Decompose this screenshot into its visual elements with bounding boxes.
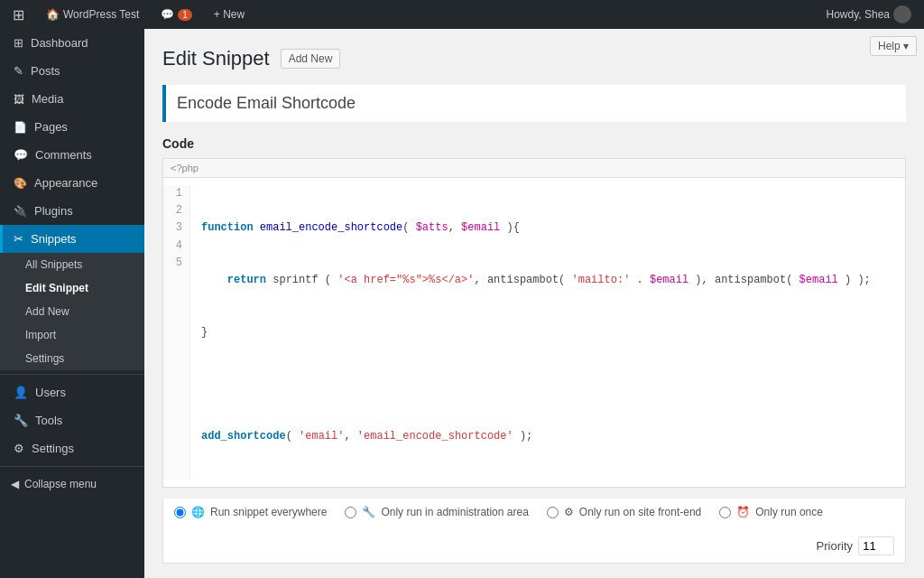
sidebar-item-users[interactable]: 👤 Users bbox=[0, 378, 144, 406]
pages-label: Pages bbox=[34, 120, 68, 134]
collapse-menu-button[interactable]: ◀ Collapse menu bbox=[0, 471, 144, 498]
gear-icon: ⚙ bbox=[564, 506, 574, 518]
comments-button[interactable]: 💬 1 bbox=[155, 0, 198, 29]
run-option-frontend[interactable]: ⚙ Only run on site front-end bbox=[547, 506, 701, 518]
comments-nav-label: Comments bbox=[35, 148, 92, 162]
sidebar-item-pages[interactable]: 📄 Pages bbox=[0, 113, 144, 141]
php-tag: <?php bbox=[171, 163, 199, 173]
site-name-icon: 🏠 bbox=[46, 8, 60, 21]
dashboard-label: Dashboard bbox=[31, 36, 88, 50]
code-area[interactable]: 1 2 3 4 5 function email_encode_shortcod… bbox=[163, 178, 905, 487]
help-button[interactable]: Help ▾ bbox=[870, 36, 917, 56]
site-name-label: WordPress Test bbox=[63, 8, 139, 21]
new-content-label: + New bbox=[214, 8, 245, 21]
run-admin-label: Only run in administration area bbox=[381, 506, 528, 518]
snippets-label: Snippets bbox=[31, 232, 77, 246]
globe-icon: 🌐 bbox=[191, 506, 205, 518]
page-title: Edit Snippet bbox=[162, 47, 270, 70]
howdy-button[interactable]: Howdy, Shea bbox=[821, 0, 917, 29]
tools-label: Tools bbox=[35, 414, 62, 427]
posts-icon: ✎ bbox=[14, 64, 23, 78]
snippet-title-input[interactable] bbox=[162, 85, 906, 122]
users-icon: 👤 bbox=[14, 386, 28, 399]
wp-logo-button[interactable]: ⊞ bbox=[7, 0, 30, 29]
comments-badge: 1 bbox=[178, 9, 192, 21]
sidebar-item-comments[interactable]: 💬 Comments bbox=[0, 141, 144, 169]
media-icon: 🖼 bbox=[14, 93, 24, 106]
main-content: Help ▾ Edit Snippet Add New Code <?php 1… bbox=[144, 29, 924, 578]
comments-nav-icon: 💬 bbox=[14, 148, 28, 162]
submenu-settings[interactable]: Settings bbox=[0, 347, 144, 370]
sidebar: ⊞ Dashboard ✎ Posts 🖼 Media 📄 Pages 💬 Co… bbox=[0, 29, 144, 578]
run-option-everywhere[interactable]: 🌐 Run snippet everywhere bbox=[174, 506, 327, 518]
appearance-icon: 🎨 bbox=[14, 177, 27, 190]
dashboard-icon: ⊞ bbox=[14, 36, 23, 50]
media-label: Media bbox=[32, 92, 63, 106]
users-label: Users bbox=[35, 386, 66, 399]
run-options: 🌐 Run snippet everywhere 🔧 Only run in a… bbox=[162, 499, 906, 564]
line-numbers: 1 2 3 4 5 bbox=[163, 185, 190, 480]
avatar-icon bbox=[893, 5, 911, 23]
plugins-icon: 🔌 bbox=[14, 205, 27, 218]
tools-icon: 🔧 bbox=[14, 414, 28, 427]
add-new-button[interactable]: Add New bbox=[281, 49, 341, 69]
sidebar-item-posts[interactable]: ✎ Posts bbox=[0, 57, 144, 85]
new-content-button[interactable]: + New bbox=[208, 0, 250, 29]
appearance-label: Appearance bbox=[34, 176, 97, 190]
comments-icon: 💬 bbox=[161, 8, 174, 21]
priority-area: Priority bbox=[817, 536, 894, 555]
sidebar-item-tools[interactable]: 🔧 Tools bbox=[0, 406, 144, 434]
wrench-icon: 🔧 bbox=[362, 506, 375, 518]
howdy-label: Howdy, Shea bbox=[827, 8, 890, 21]
submenu-add-new[interactable]: Add New bbox=[0, 300, 144, 323]
sidebar-item-settings[interactable]: ⚙ Settings bbox=[0, 434, 144, 462]
submenu-all-snippets[interactable]: All Snippets bbox=[0, 253, 144, 276]
run-once-label: Only run once bbox=[755, 506, 823, 518]
sidebar-item-snippets[interactable]: ✂ Snippets bbox=[0, 225, 144, 253]
code-section-label: Code bbox=[162, 136, 906, 151]
run-option-once[interactable]: ⏰ Only run once bbox=[719, 506, 823, 518]
sidebar-item-appearance[interactable]: 🎨 Appearance bbox=[0, 169, 144, 197]
pages-icon: 📄 bbox=[14, 121, 27, 134]
plugins-label: Plugins bbox=[34, 204, 73, 218]
code-content[interactable]: function email_encode_shortcode( $atts, … bbox=[190, 185, 905, 480]
priority-input[interactable] bbox=[858, 536, 894, 555]
page-header: Edit Snippet Add New bbox=[162, 47, 906, 70]
site-name-button[interactable]: 🏠 WordPress Test bbox=[41, 0, 144, 29]
collapse-label: Collapse menu bbox=[24, 478, 97, 490]
run-frontend-label: Only run on site front-end bbox=[579, 506, 701, 518]
clock-icon: ⏰ bbox=[736, 506, 750, 518]
snippets-icon: ✂ bbox=[14, 232, 23, 246]
code-editor-header: <?php bbox=[163, 159, 905, 178]
posts-label: Posts bbox=[31, 64, 60, 78]
run-option-admin[interactable]: 🔧 Only run in administration area bbox=[345, 506, 528, 518]
settings-icon: ⚙ bbox=[14, 442, 24, 455]
submenu-import[interactable]: Import bbox=[0, 323, 144, 347]
priority-label: Priority bbox=[817, 539, 853, 553]
wp-logo-icon: ⊞ bbox=[13, 6, 24, 23]
submenu-edit-snippet[interactable]: Edit Snippet bbox=[0, 276, 144, 300]
admin-bar: ⊞ 🏠 WordPress Test 💬 1 + New Howdy, Shea bbox=[0, 0, 924, 29]
settings-label: Settings bbox=[32, 442, 74, 455]
collapse-icon: ◀ bbox=[11, 478, 19, 490]
sidebar-item-media[interactable]: 🖼 Media bbox=[0, 85, 144, 113]
sidebar-item-dashboard[interactable]: ⊞ Dashboard bbox=[0, 29, 144, 57]
run-everywhere-label: Run snippet everywhere bbox=[210, 506, 327, 518]
code-editor: <?php 1 2 3 4 5 function email_encode_sh… bbox=[162, 158, 906, 488]
sidebar-item-plugins[interactable]: 🔌 Plugins bbox=[0, 197, 144, 225]
